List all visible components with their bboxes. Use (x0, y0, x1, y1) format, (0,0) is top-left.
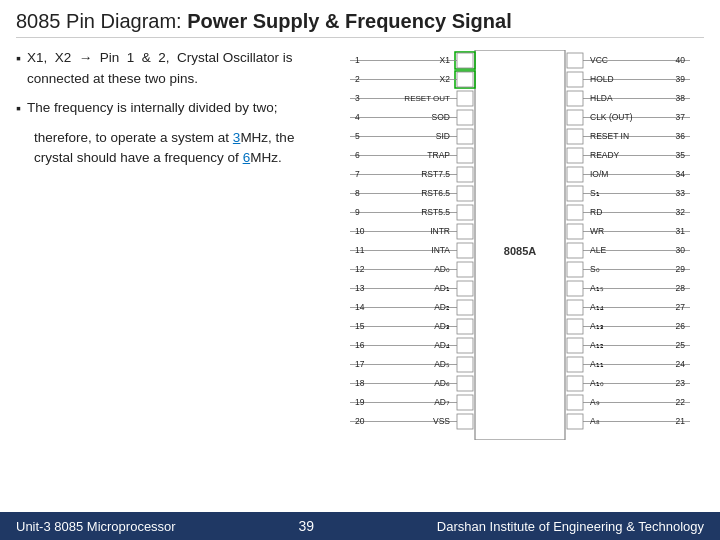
svg-rect-73 (457, 376, 473, 391)
svg-rect-85 (567, 53, 583, 68)
footer: Unit-3 8085 Microprocessor 39 Darshan In… (0, 512, 720, 540)
svg-rect-113 (567, 186, 583, 201)
svg-rect-13 (457, 91, 473, 106)
svg-rect-33 (457, 186, 473, 201)
svg-rect-69 (457, 357, 473, 372)
svg-text:13: 13 (355, 283, 365, 293)
svg-rect-9 (457, 72, 473, 87)
svg-rect-129 (567, 262, 583, 277)
footer-center: 39 (298, 518, 314, 534)
list-item-1: ▪ X1, X2 → Pin 1 & 2, Crystal Oscillator… (16, 48, 326, 90)
svg-text:HOLD: HOLD (590, 74, 614, 84)
svg-text:RST7.5: RST7.5 (421, 169, 450, 179)
svg-rect-137 (567, 300, 583, 315)
svg-text:RST6.5: RST6.5 (421, 188, 450, 198)
footer-left: Unit-3 8085 Microprocessor (16, 519, 176, 534)
svg-text:A₁₅: A₁₅ (590, 283, 604, 293)
svg-rect-77 (457, 395, 473, 410)
svg-text:30: 30 (676, 245, 686, 255)
bullet-1: ▪ (16, 48, 21, 70)
svg-text:AD₀: AD₀ (434, 264, 450, 274)
svg-rect-81 (457, 414, 473, 429)
svg-text:S₀: S₀ (590, 264, 600, 274)
svg-rect-121 (567, 224, 583, 239)
extra-text: therefore, to operate a system at (34, 130, 233, 145)
svg-text:AD₇: AD₇ (434, 397, 450, 407)
svg-rect-145 (567, 338, 583, 353)
svg-text:A₈: A₈ (590, 416, 600, 426)
svg-rect-49 (457, 262, 473, 277)
title-prefix: 8085 Pin Diagram: (16, 10, 187, 32)
svg-text:2: 2 (355, 74, 360, 84)
extra-paragraph: therefore, to operate a system at 3MHz, … (34, 128, 326, 170)
svg-text:CLK (OUT): CLK (OUT) (590, 112, 633, 122)
svg-text:X2: X2 (440, 74, 451, 84)
svg-rect-61 (457, 319, 473, 334)
svg-text:TRAP: TRAP (427, 150, 450, 160)
svg-text:40: 40 (676, 55, 686, 65)
bullet-text-1: X1, X2 → Pin 1 & 2, Crystal Oscillator i… (27, 48, 326, 90)
svg-text:8: 8 (355, 188, 360, 198)
svg-text:READY: READY (590, 150, 620, 160)
svg-rect-21 (457, 129, 473, 144)
svg-text:36: 36 (676, 131, 686, 141)
svg-text:8085A: 8085A (504, 245, 536, 257)
svg-text:RESET IN: RESET IN (590, 131, 629, 141)
svg-text:IO/M: IO/M (590, 169, 608, 179)
svg-rect-57 (457, 300, 473, 315)
svg-text:ALE: ALE (590, 245, 606, 255)
svg-rect-17 (457, 110, 473, 125)
svg-text:25: 25 (676, 340, 686, 350)
svg-text:32: 32 (676, 207, 686, 217)
svg-text:AD₁: AD₁ (434, 283, 450, 293)
svg-rect-25 (457, 148, 473, 163)
page: 8085 Pin Diagram: Power Supply & Frequen… (0, 0, 720, 540)
svg-text:RD: RD (590, 207, 602, 217)
svg-text:28: 28 (676, 283, 686, 293)
svg-text:11: 11 (355, 245, 365, 255)
svg-text:HLDA: HLDA (590, 93, 613, 103)
svg-rect-41 (457, 224, 473, 239)
svg-text:AD₃: AD₃ (434, 321, 450, 331)
svg-text:4: 4 (355, 112, 360, 122)
svg-text:RESET OUT: RESET OUT (404, 94, 450, 103)
bullet-2: ▪ (16, 98, 21, 120)
text-section: ▪ X1, X2 → Pin 1 & 2, Crystal Oscillator… (16, 48, 326, 512)
svg-text:3: 3 (355, 93, 360, 103)
svg-rect-161 (567, 414, 583, 429)
svg-text:A₁₄: A₁₄ (590, 302, 604, 312)
svg-text:34: 34 (676, 169, 686, 179)
svg-text:16: 16 (355, 340, 365, 350)
page-title: 8085 Pin Diagram: Power Supply & Frequen… (16, 10, 704, 38)
svg-rect-93 (567, 91, 583, 106)
bullet-list: ▪ X1, X2 → Pin 1 & 2, Crystal Oscillator… (16, 48, 326, 120)
svg-rect-89 (567, 72, 583, 87)
svg-text:24: 24 (676, 359, 686, 369)
svg-text:27: 27 (676, 302, 686, 312)
svg-text:SOD: SOD (432, 112, 450, 122)
svg-text:RST5.5: RST5.5 (421, 207, 450, 217)
svg-text:1: 1 (355, 55, 360, 65)
content-area: ▪ X1, X2 → Pin 1 & 2, Crystal Oscillator… (16, 48, 704, 512)
svg-text:A₁₁: A₁₁ (590, 359, 604, 369)
svg-text:15: 15 (355, 321, 365, 331)
title-bold: Power Supply & Frequency Signal (187, 10, 512, 32)
svg-text:17: 17 (355, 359, 365, 369)
svg-text:38: 38 (676, 93, 686, 103)
svg-text:7: 7 (355, 169, 360, 179)
svg-text:6: 6 (355, 150, 360, 160)
svg-rect-45 (457, 243, 473, 258)
svg-rect-105 (567, 148, 583, 163)
svg-text:29: 29 (676, 264, 686, 274)
svg-text:VSS: VSS (433, 416, 450, 426)
svg-rect-109 (567, 167, 583, 182)
list-item-2: ▪ The frequency is internally divided by… (16, 98, 326, 120)
svg-rect-53 (457, 281, 473, 296)
svg-rect-149 (567, 357, 583, 372)
svg-text:INTR: INTR (430, 226, 450, 236)
svg-text:VCC: VCC (590, 55, 608, 65)
svg-rect-157 (567, 395, 583, 410)
svg-text:18: 18 (355, 378, 365, 388)
pin-diagram-svg: 8085A // We'll draw in the SVG via forei… (350, 50, 690, 440)
svg-text:9: 9 (355, 207, 360, 217)
